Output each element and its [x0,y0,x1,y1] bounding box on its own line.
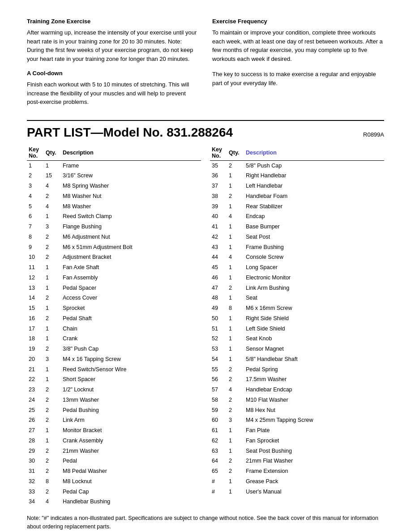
qty: 1 [227,344,244,354]
description: Pedal Shaft [61,313,201,324]
key-no: 16 [27,313,44,324]
description: Long Spacer [244,262,384,273]
key-no: 47 [210,283,227,293]
key-no: 9 [27,242,44,253]
description: Left Side Shield [244,324,384,334]
description: Fan Assembly [61,273,201,283]
qty: 1 [227,487,244,497]
description: 3/16" Screw [61,171,201,181]
table-row: 37 1 Left Handlebar [210,181,384,191]
description: Crank Assembly [61,436,201,446]
qty: 2 [44,385,61,395]
key-no: 14 [27,293,44,303]
right-table-container: KeyNo. Qty. Description 35 2 5/8" Push C… [210,145,384,507]
table-row: 38 2 Handlebar Foam [210,191,384,202]
qty: 2 [227,466,244,476]
key-no: 50 [210,313,227,324]
description: M8 Locknut [61,476,201,487]
table-row: 19 2 3/8" Push Cap [27,344,201,354]
key-no: 33 [27,487,44,497]
table-row: 56 2 17.5mm Washer [210,374,384,385]
cooldown-heading: A Cool-down [27,70,199,77]
qty: 2 [227,456,244,466]
description: Handlebar Bushing [61,497,201,507]
qty: 2 [227,191,244,202]
right-col-desc: Description [244,145,384,161]
qty: 1 [227,476,244,487]
qty: 2 [227,405,244,416]
qty: 1 [227,232,244,242]
key-no: 2 [27,171,44,181]
description: M8 Pedal Washer [61,466,201,476]
key-no: 55 [210,365,227,375]
description: M6 x 16mm Screw [244,303,384,313]
table-row: 15 1 Sprocket [27,303,201,313]
key-no: 63 [210,446,227,456]
table-row: 60 3 M4 x 25mm Tapping Screw [210,415,384,425]
qty: 2 [227,160,244,171]
qty: 1 [227,354,244,365]
key-no: 65 [210,466,227,476]
qty: 2 [44,466,61,476]
description: Chain [61,324,201,334]
qty: 1 [44,303,61,313]
description: 17.5mm Washer [244,374,384,385]
description: Pedal Spacer [61,283,201,293]
key-no: 29 [27,446,44,456]
training-zone-section: Training Zone Exercise After warming up,… [27,18,199,107]
table-row: 58 2 M10 Flat Washer [210,395,384,405]
key-no: 31 [27,466,44,476]
description: Endcap [244,211,384,222]
key-no: # [210,487,227,497]
key-no: 5 [27,202,44,212]
table-row: 35 2 5/8" Push Cap [210,160,384,171]
table-row: 25 2 Pedal Bushing [27,405,201,416]
description: Seat Post Bushing [244,446,384,456]
table-row: 14 2 Access Cover [27,293,201,303]
qty: 1 [227,181,244,191]
left-col-qty: Qty. [44,145,61,161]
qty: 1 [44,374,61,385]
table-row: # 1 User's Manual [210,487,384,497]
qty: 2 [44,405,61,416]
key-no: 51 [210,324,227,334]
description: User's Manual [244,487,384,497]
key-no: 45 [210,262,227,273]
qty: 2 [44,242,61,253]
description: 21mm Flat Washer [244,456,384,466]
qty: 2 [44,293,61,303]
top-section: Training Zone Exercise After warming up,… [27,18,384,107]
table-row: 36 1 Right Handlebar [210,171,384,181]
table-row: 59 2 M8 Hex Nut [210,405,384,416]
key-no: 42 [210,232,227,242]
qty: 4 [44,181,61,191]
table-row: 5 4 M8 Washer [27,202,201,212]
description: Pedal Bushing [61,405,201,416]
qty: 1 [44,283,61,293]
table-row: 42 1 Seat Post [210,232,384,242]
key-no: 54 [210,354,227,365]
table-row: 27 1 Monitor Bracket [27,425,201,436]
key-no: 41 [210,222,227,232]
description: Base Bumper [244,222,384,232]
key-no: 8 [27,232,44,242]
key-no: 26 [27,415,44,425]
table-row: 23 2 1/2" Locknut [27,385,201,395]
key-no: 15 [27,303,44,313]
qty: 1 [227,242,244,253]
qty: 1 [227,222,244,232]
key-no: 32 [27,476,44,487]
qty: 1 [227,425,244,436]
table-row: 40 4 Endcap [210,211,384,222]
table-row: 12 1 Fan Assembly [27,273,201,283]
description: Seat Knob [244,334,384,344]
qty: 1 [44,365,61,375]
table-row: 57 4 Handlebar Endcap [210,385,384,395]
description: Seat Post [244,232,384,242]
qty: 8 [227,303,244,313]
table-row: 7 3 Flange Bushing [27,222,201,232]
qty: 2 [44,415,61,425]
table-row: 62 1 Fan Sprocket [210,436,384,446]
part-list-header: PART LIST—Model No. 831.288264 R0899A [27,125,384,140]
table-row: 17 1 Chain [27,324,201,334]
